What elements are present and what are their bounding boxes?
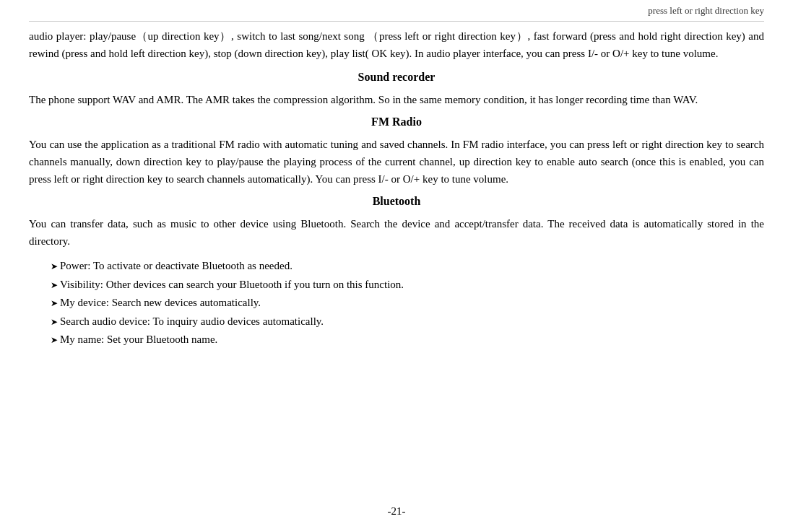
bullet-item: Visibility: Other devices can search you… <box>51 276 764 295</box>
page-container: press left or right direction key audio … <box>0 0 793 532</box>
bluetooth-body: You can transfer data, such as music to … <box>29 215 764 250</box>
sound-recorder-body: The phone support WAV and AMR. The AMR t… <box>29 91 764 108</box>
fm-radio-body: You can use the application as a traditi… <box>29 136 764 188</box>
bluetooth-bullets: Power: To activate or deactivate Bluetoo… <box>29 257 764 349</box>
sound-recorder-heading: Sound recorder <box>29 71 764 84</box>
bullet-item: Search audio device: To inquiry audio de… <box>51 313 764 331</box>
top-bar-text: press left or right direction key <box>648 5 764 17</box>
bullet-item: My name: Set your Bluetooth name. <box>51 331 764 349</box>
top-bar: press left or right direction key <box>29 0 764 22</box>
fm-radio-heading: FM Radio <box>29 115 764 128</box>
bullet-item: Power: To activate or deactivate Bluetoo… <box>51 257 764 276</box>
bullet-item: My device: Search new devices automatica… <box>51 294 764 313</box>
bluetooth-heading: Bluetooth <box>29 195 764 208</box>
intro-paragraph: audio player: play/pause（up direction ke… <box>29 27 764 62</box>
page-number: -21- <box>29 505 764 518</box>
content-area: audio player: play/pause（up direction ke… <box>29 27 764 500</box>
